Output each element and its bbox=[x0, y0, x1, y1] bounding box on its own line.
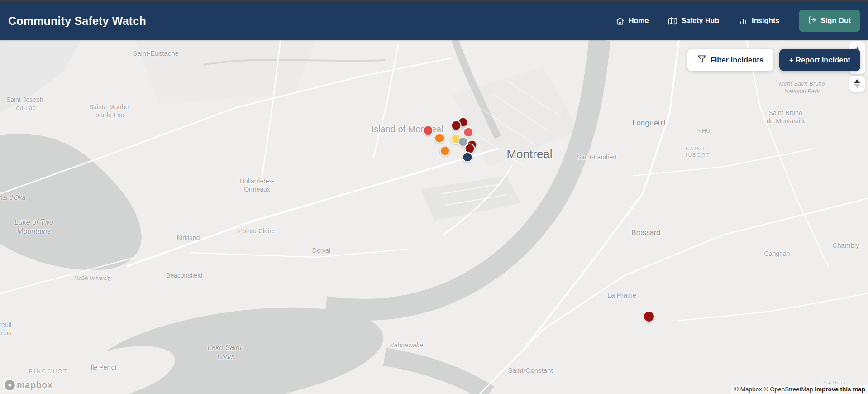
map-attribution: © Mapbox © OpenStreetMap Improve this ma… bbox=[731, 385, 868, 394]
attribution-osm-link[interactable]: © OpenStreetMap bbox=[763, 386, 813, 393]
filter-incidents-label: Filter Incidents bbox=[711, 56, 763, 64]
arrow-down-icon bbox=[854, 84, 860, 88]
bar-chart-icon bbox=[739, 17, 748, 25]
nav-home[interactable]: Home bbox=[616, 17, 649, 25]
filter-incidents-button[interactable]: Filter Incidents bbox=[687, 49, 773, 71]
sign-out-label: Sign Out bbox=[820, 17, 851, 25]
pitch-toggle-button[interactable] bbox=[849, 76, 865, 92]
attribution-mapbox-link[interactable]: © Mapbox bbox=[734, 386, 762, 393]
arrow-up-icon bbox=[854, 79, 860, 83]
logout-icon bbox=[808, 16, 816, 26]
report-incident-button[interactable]: + Report Incident bbox=[779, 49, 860, 71]
app-header: Community Safety Watch Home Safety Hub I… bbox=[0, 2, 868, 40]
incident-marker[interactable] bbox=[434, 133, 445, 144]
nav-insights[interactable]: Insights bbox=[739, 17, 779, 25]
attribution-improve-link[interactable]: Improve this map bbox=[815, 386, 865, 393]
app-title: Community Safety Watch bbox=[0, 14, 146, 28]
report-incident-label: + Report Incident bbox=[789, 56, 850, 64]
funnel-icon bbox=[697, 55, 706, 65]
mapbox-logo[interactable]: ✦ mapbox bbox=[4, 379, 53, 391]
nav-safety-hub[interactable]: Safety Hub bbox=[668, 17, 719, 25]
map[interactable]: Filter Incidents + Report Incident + − ✦… bbox=[0, 40, 868, 394]
home-icon bbox=[616, 17, 625, 25]
incident-marker[interactable] bbox=[451, 120, 462, 131]
main-nav: Home Safety Hub Insights Sign Out bbox=[616, 2, 860, 40]
nav-safety-hub-label: Safety Hub bbox=[681, 17, 719, 25]
incident-marker[interactable] bbox=[463, 152, 473, 163]
mapbox-logo-icon: ✦ bbox=[4, 379, 16, 391]
sign-out-button[interactable]: Sign Out bbox=[799, 10, 860, 32]
nav-insights-label: Insights bbox=[752, 17, 779, 25]
nav-home-label: Home bbox=[629, 17, 649, 25]
map-icon bbox=[668, 17, 677, 25]
incident-marker[interactable] bbox=[440, 146, 450, 156]
window-chrome-strip bbox=[0, 0, 868, 2]
basemap-graphic bbox=[0, 40, 868, 394]
pitch-control bbox=[849, 75, 865, 92]
incident-marker[interactable] bbox=[643, 311, 655, 322]
incident-marker[interactable] bbox=[423, 125, 434, 136]
incident-marker[interactable] bbox=[463, 127, 474, 138]
mapbox-logo-word: mapbox bbox=[17, 380, 53, 390]
